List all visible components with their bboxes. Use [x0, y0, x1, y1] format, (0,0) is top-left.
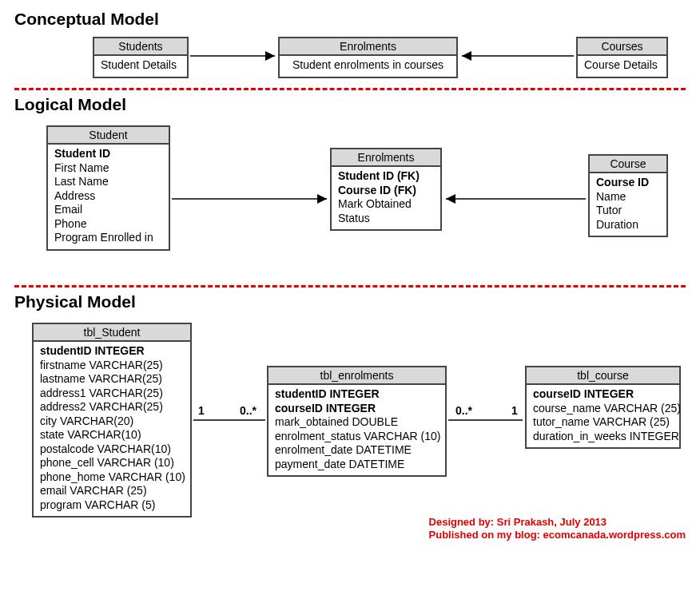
logical-student-body: Student IDFirst NameLast NameAddressEmai…: [48, 145, 169, 249]
entity-logical-course: Course Course IDNameTutorDuration: [588, 154, 668, 237]
credit-block: Designed by: Sri Prakash, July 2013 Publ…: [429, 516, 686, 542]
attribute: Course ID: [596, 176, 660, 190]
logical-enrolments-header: Enrolments: [332, 149, 440, 167]
credit-line1: Designed by: Sri Prakash, July 2013: [429, 516, 686, 529]
logical-student-header: Student: [48, 127, 169, 145]
entity-logical-student: Student Student IDFirst NameLast NameAdd…: [46, 125, 170, 251]
entity-courses-header: Courses: [578, 38, 666, 56]
physical-enrolments-header: tbl_enrolments: [268, 367, 445, 385]
logical-row: Student Student IDFirst NameLast NameAdd…: [14, 119, 686, 279]
attribute: Address: [54, 189, 162, 204]
conceptual-row: Students Student Details Enrolments Stud…: [14, 34, 686, 81]
physical-title: Physical Model: [14, 292, 686, 311]
attribute: studentID INTEGER: [40, 344, 184, 359]
entity-enrolments: Enrolments Student enrolments in courses: [278, 37, 458, 78]
attribute: city VARCHAR(20): [40, 414, 184, 429]
attribute: Tutor: [596, 204, 660, 218]
attribute: Course ID (FK): [338, 184, 434, 198]
attribute: phone_home VARCHAR (10): [40, 470, 184, 485]
attribute: enrolment_status VARCHAR (10): [275, 430, 439, 444]
conceptual-title: Conceptual Model: [14, 10, 686, 29]
attribute: courseID INTEGER: [533, 387, 673, 402]
physical-course-body: courseID INTEGERcourse_name VARCHAR (25)…: [527, 385, 679, 447]
entity-enrolments-header: Enrolments: [280, 38, 456, 56]
physical-student-header: tbl_Student: [34, 324, 190, 342]
physical-row: tbl_Student studentID INTEGERfirstname V…: [14, 316, 686, 540]
physical-enrolments-body: studentID INTEGERcourseID INTEGERmark_ob…: [268, 385, 445, 475]
attribute: tutor_name VARCHAR (25): [533, 415, 673, 430]
entity-courses: Courses Course Details: [576, 37, 668, 78]
attribute: Name: [596, 190, 660, 204]
attribute: duration_in_weeks INTEGER: [533, 430, 673, 444]
divider-2: [14, 285, 686, 288]
attribute: mark_obtained DOUBLE: [275, 415, 439, 430]
attribute: firstname VARCHAR(25): [40, 359, 184, 373]
attribute: Email: [54, 203, 162, 217]
attribute: program VARCHAR (5): [40, 498, 184, 513]
attribute: email VARCHAR (25): [40, 484, 184, 498]
logical-enrolments-body: Student ID (FK)Course ID (FK)Mark Obtain…: [332, 167, 440, 229]
attribute: payment_date DATETIME: [275, 458, 439, 472]
cardinality-0star-left: 0..*: [240, 404, 257, 417]
entity-students-header: Students: [94, 38, 187, 56]
attribute: studentID INTEGER: [275, 387, 439, 402]
attribute: enrolment_date DATETIME: [275, 443, 439, 458]
attribute: state VARCHAR(10): [40, 428, 184, 442]
attribute: Student ID: [54, 147, 162, 161]
cardinality-0star-right: 0..*: [455, 404, 472, 417]
attribute: First Name: [54, 161, 162, 176]
attribute: Student ID (FK): [338, 169, 434, 184]
cardinality-1: 1: [198, 404, 205, 417]
logical-title: Logical Model: [14, 95, 686, 114]
cardinality-1-right: 1: [511, 404, 518, 417]
entity-physical-course: tbl_course courseID INTEGERcourse_name V…: [525, 366, 681, 449]
attribute: address2 VARCHAR(25): [40, 400, 184, 414]
attribute: course_name VARCHAR (25): [533, 402, 673, 416]
entity-courses-body: Course Details: [578, 56, 666, 77]
entity-students: Students Student Details: [93, 37, 189, 78]
divider-1: [14, 88, 686, 90]
logical-course-body: Course IDNameTutorDuration: [590, 173, 666, 236]
attribute: lastname VARCHAR(25): [40, 372, 184, 387]
physical-course-header: tbl_course: [527, 367, 679, 385]
attribute: Phone: [54, 217, 162, 232]
attribute: Status: [338, 212, 434, 226]
attribute: address1 VARCHAR(25): [40, 387, 184, 401]
attribute: Last Name: [54, 175, 162, 189]
attribute: Duration: [596, 218, 660, 232]
logical-course-header: Course: [590, 156, 666, 173]
attribute: Mark Obtained: [338, 197, 434, 212]
entity-students-body: Student Details: [94, 56, 187, 77]
entity-logical-enrolments: Enrolments Student ID (FK)Course ID (FK)…: [330, 148, 442, 231]
entity-enrolments-body: Student enrolments in courses: [280, 56, 456, 77]
attribute: Program Enrolled in: [54, 231, 162, 245]
entity-physical-enrolments: tbl_enrolments studentID INTEGERcourseID…: [267, 366, 447, 477]
attribute: postalcode VARCHAR(10): [40, 442, 184, 457]
attribute: courseID INTEGER: [275, 402, 439, 416]
entity-physical-student: tbl_Student studentID INTEGERfirstname V…: [32, 323, 192, 518]
attribute: phone_cell VARCHAR (10): [40, 456, 184, 470]
credit-line2: Published on my blog: ecomcanada.wordpre…: [429, 529, 686, 541]
physical-student-body: studentID INTEGERfirstname VARCHAR(25)la…: [34, 342, 190, 516]
